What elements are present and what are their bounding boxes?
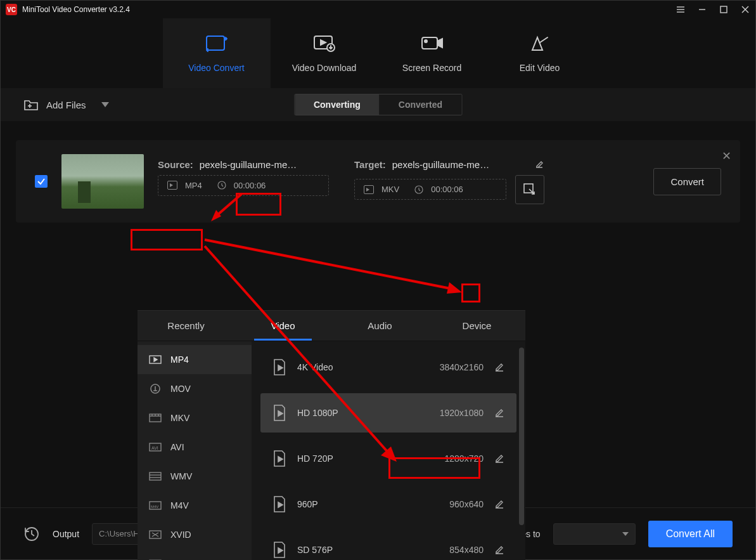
- preset-list[interactable]: 4K Video 3840x2160 HD 1080P 1920x1080 HD…: [252, 341, 525, 560]
- format-item-mkv[interactable]: MKV: [138, 403, 252, 433]
- tab-screen-record[interactable]: Screen Record: [378, 18, 486, 88]
- scrollbar[interactable]: [519, 348, 524, 525]
- tab-video-convert[interactable]: Video Convert: [163, 18, 271, 88]
- svg-marker-21: [154, 358, 157, 361]
- file-play-icon: [272, 450, 287, 467]
- target-label: Target:: [354, 159, 386, 170]
- svg-marker-16: [101, 102, 109, 107]
- clock-icon: [414, 185, 423, 194]
- preset-1080p[interactable]: HD 1080P 1920x1080: [260, 393, 516, 433]
- chevron-down-icon: [622, 532, 629, 536]
- format-icon: [364, 185, 374, 194]
- format-item-mp4[interactable]: MP4: [138, 345, 252, 374]
- svg-marker-49: [447, 282, 462, 294]
- remove-file-icon[interactable]: ✕: [722, 149, 731, 163]
- content-area: Source: pexels-guillaume-me… MP4 00:00:0…: [1, 121, 755, 507]
- edit-icon[interactable]: [494, 453, 505, 464]
- screen-record-icon: [421, 34, 444, 53]
- preset-960p[interactable]: 960P 960x640: [260, 485, 516, 524]
- popup-tab-device[interactable]: Device: [428, 311, 525, 341]
- video-convert-icon: [205, 34, 228, 53]
- video-thumbnail[interactable]: [61, 154, 144, 209]
- target-details: MKV 00:00:06: [354, 179, 506, 200]
- window-controls: [676, 4, 750, 15]
- annotation-arrow: [203, 237, 463, 297]
- annotation-box: [461, 283, 480, 303]
- target-format: MKV: [381, 185, 399, 194]
- popup-tab-recently[interactable]: Recently: [138, 311, 234, 341]
- svg-marker-43: [278, 548, 283, 553]
- tab-label: Video Convert: [188, 63, 244, 73]
- minimize-icon[interactable]: [697, 4, 707, 15]
- edit-icon[interactable]: [494, 544, 505, 556]
- svg-text:AVI: AVI: [151, 446, 158, 450]
- tab-converting[interactable]: Converting: [295, 94, 380, 115]
- preset-720p[interactable]: HD 720P 1280x720: [260, 439, 516, 478]
- mp4-icon: [149, 354, 162, 365]
- edit-icon[interactable]: [494, 361, 505, 373]
- video-download-icon: [313, 34, 336, 53]
- source-format: MP4: [185, 181, 202, 190]
- file-play-icon: [272, 495, 287, 513]
- convert-button[interactable]: Convert: [653, 168, 721, 195]
- popup-tab-video[interactable]: Video: [234, 311, 331, 341]
- format-item-m4v[interactable]: M4V M4V: [138, 491, 252, 520]
- xvid-icon: [149, 529, 162, 540]
- convert-all-format-select[interactable]: [553, 523, 636, 545]
- maximize-icon[interactable]: [719, 4, 729, 15]
- m4v-icon: M4V: [149, 500, 162, 511]
- edit-icon[interactable]: [534, 159, 544, 169]
- file-play-icon: [272, 404, 287, 422]
- tab-label: Screen Record: [402, 63, 461, 73]
- chevron-down-icon[interactable]: [101, 102, 109, 107]
- svg-rect-30: [150, 472, 161, 480]
- svg-marker-42: [278, 502, 283, 507]
- format-item-wmv[interactable]: WMV: [138, 462, 252, 491]
- svg-marker-39: [278, 365, 283, 370]
- tab-edit-video[interactable]: Edit Video: [486, 18, 594, 88]
- target-format-picker[interactable]: [515, 175, 544, 204]
- svg-marker-12: [437, 39, 442, 48]
- svg-marker-54: [622, 532, 629, 536]
- svg-text:M4V: M4V: [151, 505, 158, 509]
- toolbar: Add Files Converting Converted: [1, 88, 755, 121]
- edit-icon[interactable]: [494, 407, 505, 419]
- file-play-icon: [272, 541, 287, 559]
- check-icon: [37, 177, 46, 186]
- format-item-avi[interactable]: AVI AVI: [138, 433, 252, 462]
- format-item-asf[interactable]: ASF: [138, 549, 252, 560]
- popup-tabs: Recently Video Audio Device: [138, 311, 525, 341]
- history-icon[interactable]: [23, 526, 40, 542]
- titlebar: VC MiniTool Video Converter v3.2.4: [1, 1, 755, 18]
- preset-576p[interactable]: SD 576P 854x480: [260, 530, 516, 560]
- edit-icon[interactable]: [494, 498, 505, 510]
- svg-marker-41: [278, 457, 283, 462]
- svg-line-48: [205, 240, 451, 289]
- file-checkbox[interactable]: [35, 175, 48, 188]
- add-files-button[interactable]: Add Files: [23, 98, 109, 111]
- edit-video-icon: [529, 34, 551, 53]
- source-label: Source:: [158, 159, 193, 170]
- preset-4k[interactable]: 4K Video 3840x2160: [260, 348, 516, 387]
- close-icon[interactable]: [740, 4, 750, 15]
- source-filename: pexels-guillaume-me…: [200, 159, 297, 170]
- add-files-label: Add Files: [46, 100, 86, 110]
- format-item-mov[interactable]: MOV: [138, 374, 252, 403]
- app-logo-icon: VC: [6, 4, 17, 15]
- target-duration: 00:00:06: [431, 185, 463, 194]
- tab-video-download[interactable]: Video Download: [271, 18, 378, 88]
- add-files-icon: [23, 98, 39, 111]
- avi-icon: AVI: [149, 441, 162, 453]
- hamburger-icon[interactable]: [676, 4, 686, 15]
- convert-all-button[interactable]: Convert All: [648, 521, 733, 547]
- popup-tab-audio[interactable]: Audio: [331, 311, 428, 341]
- mkv-icon: [149, 412, 162, 424]
- format-item-xvid[interactable]: XVID: [138, 520, 252, 549]
- svg-point-13: [425, 40, 427, 42]
- status-tabs: Converting Converted: [294, 94, 462, 115]
- source-details: MP4 00:00:06: [158, 175, 329, 196]
- file-play-icon: [272, 358, 287, 376]
- format-list[interactable]: MP4 MOV MKV AVI AVI: [138, 341, 252, 560]
- svg-rect-11: [422, 37, 437, 49]
- tab-converted[interactable]: Converted: [380, 94, 461, 115]
